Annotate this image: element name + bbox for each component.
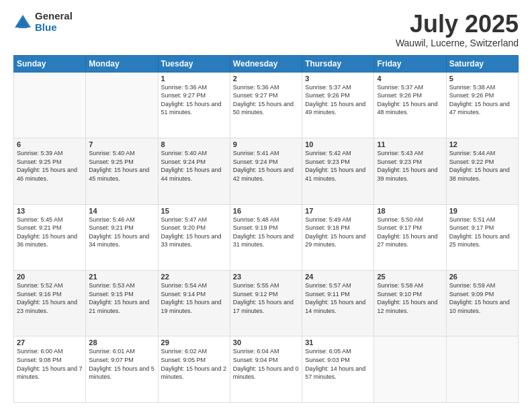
day-info: Sunrise: 5:58 AMSunset: 9:10 PMDaylight:… <box>377 281 443 315</box>
calendar-day-cell: 28Sunrise: 6:01 AMSunset: 9:07 PMDayligh… <box>86 336 158 403</box>
day-info: Sunrise: 5:52 AMSunset: 9:16 PMDaylight:… <box>17 281 83 315</box>
calendar-day-cell: 1Sunrise: 5:36 AMSunset: 9:27 PMDaylight… <box>158 72 230 138</box>
calendar-day-cell: 22Sunrise: 5:54 AMSunset: 9:14 PMDayligh… <box>158 271 230 336</box>
day-number: 28 <box>89 338 154 347</box>
day-of-week-header: Thursday <box>302 55 374 72</box>
calendar-week-row: 13Sunrise: 5:45 AMSunset: 9:21 PMDayligh… <box>14 204 519 270</box>
logo-icon <box>13 13 32 32</box>
page: General Blue July 2025 Wauwil, Lucerne, … <box>0 0 532 411</box>
day-info: Sunrise: 6:01 AMSunset: 9:07 PMDaylight:… <box>89 347 154 381</box>
day-info: Sunrise: 6:00 AMSunset: 9:08 PMDaylight:… <box>17 347 83 381</box>
svg-rect-2 <box>19 26 27 28</box>
day-info: Sunrise: 5:51 AMSunset: 9:17 PMDaylight:… <box>449 216 515 249</box>
day-info: Sunrise: 5:40 AMSunset: 9:24 PMDaylight:… <box>161 149 227 183</box>
day-number: 16 <box>233 207 299 215</box>
logo-general-text: General <box>35 11 73 22</box>
calendar-day-cell: 11Sunrise: 5:43 AMSunset: 9:23 PMDayligh… <box>374 138 446 204</box>
calendar-day-cell: 25Sunrise: 5:58 AMSunset: 9:10 PMDayligh… <box>374 271 446 336</box>
day-info: Sunrise: 5:46 AMSunset: 9:21 PMDaylight:… <box>89 216 154 249</box>
header: General Blue July 2025 Wauwil, Lucerne, … <box>13 11 519 48</box>
day-info: Sunrise: 5:49 AMSunset: 9:18 PMDaylight:… <box>305 216 371 249</box>
day-of-week-header: Sunday <box>14 55 86 72</box>
day-info: Sunrise: 5:55 AMSunset: 9:12 PMDaylight:… <box>233 281 299 315</box>
day-info: Sunrise: 5:59 AMSunset: 9:09 PMDaylight:… <box>449 281 515 315</box>
day-number: 2 <box>233 75 299 83</box>
calendar-day-cell: 31Sunrise: 6:05 AMSunset: 9:03 PMDayligh… <box>302 336 374 403</box>
day-number: 22 <box>161 273 227 281</box>
day-number: 3 <box>305 75 371 83</box>
day-number: 27 <box>17 338 83 347</box>
calendar-day-cell: 9Sunrise: 5:41 AMSunset: 9:24 PMDaylight… <box>230 138 302 204</box>
calendar-day-cell: 23Sunrise: 5:55 AMSunset: 9:12 PMDayligh… <box>230 271 302 336</box>
calendar-day-cell: 30Sunrise: 6:04 AMSunset: 9:04 PMDayligh… <box>230 336 302 403</box>
calendar-day-cell: 16Sunrise: 5:48 AMSunset: 9:19 PMDayligh… <box>230 204 302 270</box>
calendar-day-cell: 13Sunrise: 5:45 AMSunset: 9:21 PMDayligh… <box>14 204 86 270</box>
logo-blue-text: Blue <box>35 22 73 34</box>
calendar-day-cell: 10Sunrise: 5:42 AMSunset: 9:23 PMDayligh… <box>302 138 374 204</box>
calendar-day-cell <box>14 72 86 138</box>
calendar-week-row: 27Sunrise: 6:00 AMSunset: 9:08 PMDayligh… <box>14 336 519 403</box>
day-number: 12 <box>449 140 515 148</box>
calendar-day-cell: 15Sunrise: 5:47 AMSunset: 9:20 PMDayligh… <box>158 204 230 270</box>
day-info: Sunrise: 5:41 AMSunset: 9:24 PMDaylight:… <box>233 149 299 183</box>
calendar-day-cell: 8Sunrise: 5:40 AMSunset: 9:24 PMDaylight… <box>158 138 230 204</box>
day-info: Sunrise: 5:54 AMSunset: 9:14 PMDaylight:… <box>161 281 227 315</box>
calendar-day-cell: 19Sunrise: 5:51 AMSunset: 9:17 PMDayligh… <box>446 204 518 270</box>
day-number: 11 <box>377 140 443 148</box>
calendar-day-cell <box>86 72 158 138</box>
calendar-header-row: SundayMondayTuesdayWednesdayThursdayFrid… <box>14 55 519 72</box>
day-number: 19 <box>449 207 515 215</box>
day-info: Sunrise: 6:05 AMSunset: 9:03 PMDaylight:… <box>305 347 371 381</box>
calendar-day-cell: 14Sunrise: 5:46 AMSunset: 9:21 PMDayligh… <box>86 204 158 270</box>
calendar-day-cell: 5Sunrise: 5:38 AMSunset: 9:26 PMDaylight… <box>446 72 518 138</box>
calendar-day-cell: 17Sunrise: 5:49 AMSunset: 9:18 PMDayligh… <box>302 204 374 270</box>
day-number: 26 <box>449 273 515 281</box>
day-number: 7 <box>89 140 154 148</box>
day-info: Sunrise: 5:57 AMSunset: 9:11 PMDaylight:… <box>305 281 371 315</box>
day-info: Sunrise: 5:53 AMSunset: 9:15 PMDaylight:… <box>89 281 154 315</box>
day-number: 14 <box>89 207 154 215</box>
day-number: 8 <box>161 140 227 148</box>
day-number: 21 <box>89 273 154 281</box>
day-info: Sunrise: 5:36 AMSunset: 9:27 PMDaylight:… <box>233 83 299 117</box>
day-number: 31 <box>305 338 371 347</box>
day-info: Sunrise: 5:36 AMSunset: 9:27 PMDaylight:… <box>161 83 227 117</box>
calendar-day-cell: 29Sunrise: 6:02 AMSunset: 9:05 PMDayligh… <box>158 336 230 403</box>
day-number: 1 <box>161 75 227 83</box>
day-info: Sunrise: 5:47 AMSunset: 9:20 PMDaylight:… <box>161 216 227 249</box>
calendar-day-cell <box>446 336 518 403</box>
calendar-day-cell: 26Sunrise: 5:59 AMSunset: 9:09 PMDayligh… <box>446 271 518 336</box>
day-info: Sunrise: 6:02 AMSunset: 9:05 PMDaylight:… <box>161 347 227 381</box>
day-info: Sunrise: 5:48 AMSunset: 9:19 PMDaylight:… <box>233 216 299 249</box>
day-number: 5 <box>449 75 515 83</box>
calendar-day-cell: 12Sunrise: 5:44 AMSunset: 9:22 PMDayligh… <box>446 138 518 204</box>
day-of-week-header: Saturday <box>446 55 518 72</box>
day-info: Sunrise: 5:43 AMSunset: 9:23 PMDaylight:… <box>377 149 443 183</box>
calendar-day-cell: 24Sunrise: 5:57 AMSunset: 9:11 PMDayligh… <box>302 271 374 336</box>
day-number: 6 <box>17 140 83 148</box>
calendar-day-cell: 7Sunrise: 5:40 AMSunset: 9:25 PMDaylight… <box>86 138 158 204</box>
title-block: July 2025 Wauwil, Lucerne, Switzerland <box>396 11 519 48</box>
day-number: 25 <box>377 273 443 281</box>
day-info: Sunrise: 5:42 AMSunset: 9:23 PMDaylight:… <box>305 149 371 183</box>
day-info: Sunrise: 5:37 AMSunset: 9:26 PMDaylight:… <box>377 83 443 117</box>
day-number: 23 <box>233 273 299 281</box>
day-number: 20 <box>17 273 83 281</box>
day-number: 29 <box>161 338 227 347</box>
day-info: Sunrise: 5:44 AMSunset: 9:22 PMDaylight:… <box>449 149 515 183</box>
day-info: Sunrise: 5:45 AMSunset: 9:21 PMDaylight:… <box>17 216 83 249</box>
logo-text: General Blue <box>35 11 73 33</box>
day-number: 13 <box>17 207 83 215</box>
calendar-day-cell: 18Sunrise: 5:50 AMSunset: 9:17 PMDayligh… <box>374 204 446 270</box>
day-number: 30 <box>233 338 299 347</box>
logo: General Blue <box>13 11 73 33</box>
calendar-day-cell <box>374 336 446 403</box>
day-of-week-header: Friday <box>374 55 446 72</box>
day-info: Sunrise: 5:39 AMSunset: 9:25 PMDaylight:… <box>17 149 83 183</box>
calendar-day-cell: 3Sunrise: 5:37 AMSunset: 9:26 PMDaylight… <box>302 72 374 138</box>
day-number: 17 <box>305 207 371 215</box>
calendar-week-row: 6Sunrise: 5:39 AMSunset: 9:25 PMDaylight… <box>14 138 519 204</box>
calendar-week-row: 1Sunrise: 5:36 AMSunset: 9:27 PMDaylight… <box>14 72 519 138</box>
day-number: 24 <box>305 273 371 281</box>
day-info: Sunrise: 5:50 AMSunset: 9:17 PMDaylight:… <box>377 216 443 249</box>
